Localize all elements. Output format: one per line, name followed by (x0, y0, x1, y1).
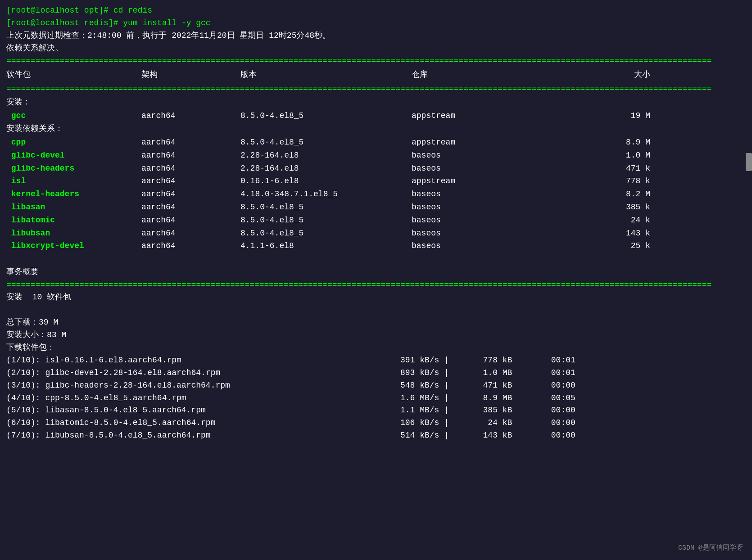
col-header-size: 大小 (583, 68, 650, 82)
pkg-version: 8.5.0-4.el8_5 (240, 227, 412, 240)
dep-package-row: libatomic aarch64 8.5.0-4.el8_5 baseos 2… (6, 214, 746, 227)
col-header-arch: 架构 (141, 68, 240, 82)
dep-package-row: libxcrypt-devel aarch64 4.1.1-6.el8 base… (6, 239, 746, 253)
pkg-size: 1.0 M (583, 149, 650, 162)
dep-package-row: cpp aarch64 8.5.0-4.el8_5 appstream 8.9 … (6, 136, 746, 149)
pkg-repo: appstream (412, 136, 583, 149)
install-count: 安装 10 软件包 (6, 291, 746, 304)
dep-package-row: isl aarch64 0.16.1-6.el8 appstream 778 k (6, 175, 746, 188)
download-row: (7/10): libubsan-8.5.0-4.el8_5.aarch64.r… (6, 429, 746, 442)
deps-line: 依赖关系解决。 (6, 42, 746, 55)
dep-package-row: libasan aarch64 8.5.0-4.el8_5 baseos 385… (6, 201, 746, 214)
pkg-arch: aarch64 (141, 239, 240, 253)
pkg-arch: aarch64 (141, 188, 240, 201)
pkg-arch: aarch64 (141, 201, 240, 214)
pkg-version: 8.5.0-4.el8_5 (240, 214, 412, 227)
download-row: (2/10): glibc-devel-2.28-164.el8.aarch64… (6, 367, 746, 379)
pkg-arch: aarch64 (141, 175, 240, 188)
pkg-name: kernel-headers (6, 188, 141, 201)
pkg-arch: aarch64 (141, 109, 240, 122)
pkg-name: glibc-headers (6, 162, 141, 175)
table-header-row: 软件包 架构 版本 仓库 大小 (6, 67, 746, 83)
pkg-repo: baseos (412, 239, 583, 253)
pkg-size: 25 k (583, 239, 650, 253)
install-size: 安装大小：83 M (6, 329, 746, 342)
pkg-size: 8.9 M (583, 136, 650, 149)
pkg-name: libasan (6, 201, 141, 214)
command-line-1: [root@localhost opt]# cd redis (6, 5, 746, 17)
pkg-repo: appstream (412, 175, 583, 188)
pkg-repo: baseos (412, 214, 583, 227)
pkg-size: 385 k (583, 201, 650, 214)
pkg-version: 4.18.0-348.7.1.el8_5 (240, 188, 412, 201)
pkg-arch: aarch64 (141, 136, 240, 149)
pkg-size: 471 k (583, 162, 650, 175)
total-download: 总下载：39 M (6, 316, 746, 329)
pkg-repo: appstream (412, 109, 583, 122)
install-deps-label: 安装依赖关系： (6, 122, 746, 136)
terminal-window: [root@localhost opt]# cd redis [root@loc… (0, 0, 752, 560)
download-row: (5/10): libasan-8.5.0-4.el8_5.aarch64.rp… (6, 404, 746, 417)
pkg-size: 143 k (583, 227, 650, 240)
pkg-name: libubsan (6, 227, 141, 240)
pkg-size: 778 k (583, 175, 650, 188)
separator-2: ========================================… (6, 83, 746, 95)
download-row: (1/10): isl-0.16.1-6.el8.aarch64.rpm 391… (6, 354, 746, 367)
col-header-name: 软件包 (6, 68, 141, 82)
pkg-arch: aarch64 (141, 227, 240, 240)
pkg-arch: aarch64 (141, 214, 240, 227)
pkg-repo: baseos (412, 188, 583, 201)
pkg-arch: aarch64 (141, 149, 240, 162)
col-header-repo: 仓库 (412, 68, 583, 82)
pkg-name: cpp (6, 136, 141, 149)
metadata-line: 上次元数据过期检查：2:48:00 前，执行于 2022年11月20日 星期日 … (6, 30, 746, 42)
dep-package-row: kernel-headers aarch64 4.18.0-348.7.1.el… (6, 188, 746, 201)
dep-package-row: glibc-headers aarch64 2.28-164.el8 baseo… (6, 162, 746, 175)
pkg-name: isl (6, 175, 141, 188)
dep-package-row: glibc-devel aarch64 2.28-164.el8 baseos … (6, 149, 746, 162)
install-label: 安装： (6, 95, 746, 109)
pkg-size: 8.2 M (583, 188, 650, 201)
pkg-version: 2.28-164.el8 (240, 162, 412, 175)
pkg-arch: aarch64 (141, 162, 240, 175)
pkg-repo: baseos (412, 227, 583, 240)
pkg-size: 24 k (583, 214, 650, 227)
watermark: CSDN @是阿俏同学呀 (678, 543, 743, 552)
install-packages-list: gcc aarch64 8.5.0-4.el8_5 appstream 19 M (6, 109, 746, 122)
pkg-version: 8.5.0-4.el8_5 (240, 201, 412, 214)
pkg-version: 4.1.1-6.el8 (240, 239, 412, 253)
separator-3: ========================================… (6, 279, 746, 292)
col-header-version: 版本 (240, 68, 412, 82)
pkg-version: 8.5.0-4.el8_5 (240, 136, 412, 149)
pkg-version: 0.16.1-6.el8 (240, 175, 412, 188)
download-row: (6/10): libatomic-8.5.0-4.el8_5.aarch64.… (6, 417, 746, 429)
download-row: (3/10): glibc-headers-2.28-164.el8.aarch… (6, 379, 746, 392)
pkg-name: glibc-devel (6, 149, 141, 162)
pkg-repo: baseos (412, 149, 583, 162)
pkg-size: 19 M (583, 109, 650, 122)
pkg-name: libxcrypt-devel (6, 239, 141, 253)
download-label: 下载软件包： (6, 342, 746, 354)
pkg-version: 2.28-164.el8 (240, 149, 412, 162)
blank-1 (6, 253, 746, 265)
download-row: (4/10): cpp-8.5.0-4.el8_5.aarch64.rpm 1.… (6, 392, 746, 405)
pkg-name: gcc (6, 109, 141, 122)
transaction-summary: 事务概要 (6, 265, 746, 279)
download-list: (1/10): isl-0.16.1-6.el8.aarch64.rpm 391… (6, 354, 746, 442)
package-row: gcc aarch64 8.5.0-4.el8_5 appstream 19 M (6, 109, 746, 122)
pkg-repo: baseos (412, 201, 583, 214)
scrollbar[interactable] (746, 153, 752, 171)
separator-1: ========================================… (6, 55, 746, 68)
deps-packages-list: cpp aarch64 8.5.0-4.el8_5 appstream 8.9 … (6, 136, 746, 253)
pkg-name: libatomic (6, 214, 141, 227)
pkg-version: 8.5.0-4.el8_5 (240, 109, 412, 122)
command-line-2: [root@localhost redis]# yum install -y g… (6, 17, 746, 30)
dep-package-row: libubsan aarch64 8.5.0-4.el8_5 baseos 14… (6, 227, 746, 240)
pkg-repo: baseos (412, 162, 583, 175)
blank-2 (6, 304, 746, 316)
